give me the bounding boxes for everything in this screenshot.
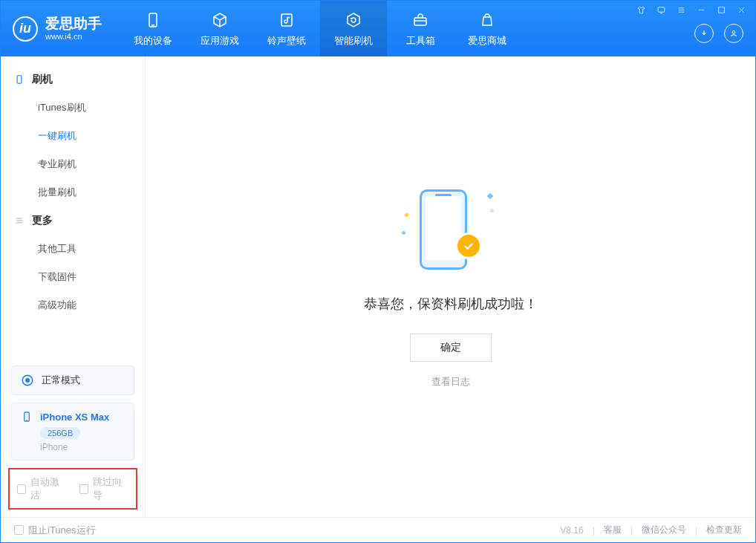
support-link[interactable]: 客服 [604,524,622,536]
refresh-icon [344,10,363,30]
view-log-link[interactable]: 查看日志 [431,375,470,388]
shirt-icon[interactable] [636,5,646,15]
svg-rect-4 [658,7,665,12]
auto-activate-checkbox[interactable]: 自动激活 [17,475,66,502]
phone-icon [21,411,33,423]
svg-rect-9 [719,7,725,13]
block-itunes-checkbox[interactable]: 阻止iTunes运行 [14,524,96,537]
wechat-link[interactable]: 微信公众号 [642,524,686,536]
store-icon [478,10,497,30]
maximize-icon[interactable] [717,5,726,15]
device-icon [143,10,163,30]
sidebar-item-onekey-flash[interactable]: 一键刷机 [1,122,145,150]
device-name: iPhone XS Max [40,412,109,423]
app-title: 爱思助手 [45,16,102,32]
mode-card[interactable]: 正常模式 [11,365,134,395]
checkbox-row-highlight: 自动激活 跳过向导 [8,468,137,510]
minimize-icon[interactable] [697,5,706,15]
body: 刷机 iTunes刷机 一键刷机 专业刷机 批量刷机 更多 其他工具 下载固件 … [1,56,755,517]
main-content: 恭喜您，保资料刷机成功啦！ 确定 查看日志 [146,56,755,517]
nav-store[interactable]: 爱思商城 [454,1,521,56]
mode-icon [21,374,34,387]
nav-apps-games[interactable]: 应用游戏 [186,1,253,56]
version-label: V8.16 [560,525,583,536]
main-nav: 我的设备 应用游戏 铃声壁纸 智能刷机 工具箱 爱思商城 [120,1,521,56]
sidebar-group-flash: 刷机 [1,65,145,94]
svg-rect-3 [414,18,426,25]
svg-rect-13 [17,76,22,84]
nav-smart-flash[interactable]: 智能刷机 [320,1,387,56]
feedback-icon[interactable] [656,5,666,15]
sidebar-group-more: 更多 [1,207,145,235]
cube-icon [210,10,229,30]
app-subtitle: www.i4.cn [45,32,102,41]
footer: 阻止iTunes运行 V8.16 | 客服 | 微信公众号 | 检查更新 [1,517,755,542]
phone-outline-icon [14,74,25,85]
list-icon [14,215,25,226]
close-icon[interactable] [737,5,746,15]
download-button[interactable] [694,24,714,43]
user-button[interactable] [724,24,743,43]
sidebar-item-pro-flash[interactable]: 专业刷机 [1,150,145,178]
toolbox-icon [411,10,430,30]
music-icon [277,10,296,30]
success-illustration [406,185,495,274]
sidebar-item-advanced[interactable]: 高级功能 [1,291,145,319]
svg-rect-2 [281,14,292,26]
menu-icon[interactable] [677,5,686,15]
mode-label: 正常模式 [42,374,80,387]
nav-toolbox[interactable]: 工具箱 [387,1,454,56]
window-controls [636,5,746,15]
sidebar-item-itunes-flash[interactable]: iTunes刷机 [1,94,145,122]
skip-guide-checkbox[interactable]: 跳过向导 [79,475,128,502]
svg-point-18 [26,379,30,383]
success-message: 恭喜您，保资料刷机成功啦！ [364,295,538,313]
ok-button[interactable]: 确定 [410,334,492,362]
check-update-link[interactable]: 检查更新 [706,524,742,536]
sidebar-item-other-tools[interactable]: 其他工具 [1,235,145,263]
sidebar: 刷机 iTunes刷机 一键刷机 专业刷机 批量刷机 更多 其他工具 下载固件 … [1,56,146,517]
check-icon [455,233,482,259]
svg-point-12 [732,31,735,34]
sidebar-item-download-firmware[interactable]: 下载固件 [1,263,145,291]
header-right [628,1,755,56]
logo[interactable]: iu 爱思助手 www.i4.cn [1,1,114,56]
storage-badge: 256GB [40,427,80,439]
nav-my-device[interactable]: 我的设备 [120,1,186,56]
device-type: iPhone [40,442,125,452]
app-window: iu 爱思助手 www.i4.cn 我的设备 应用游戏 铃声壁纸 智能刷机 [0,0,756,543]
header: iu 爱思助手 www.i4.cn 我的设备 应用游戏 铃声壁纸 智能刷机 [1,1,755,56]
sidebar-item-batch-flash[interactable]: 批量刷机 [1,178,145,207]
device-card[interactable]: iPhone XS Max 256GB iPhone [11,403,134,461]
nav-ringtone-wallpaper[interactable]: 铃声壁纸 [253,1,320,56]
